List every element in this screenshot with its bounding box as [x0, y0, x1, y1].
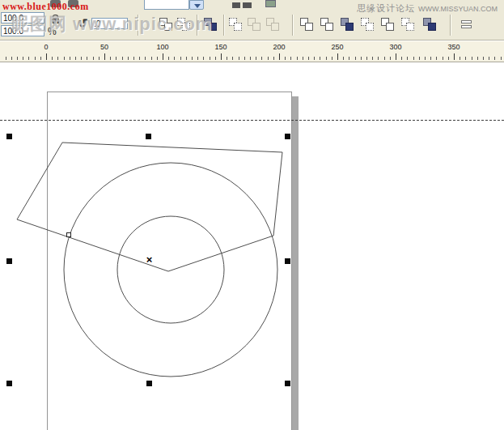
ruler-tick — [361, 57, 362, 60]
horizontal-ruler[interactable]: 050100150200250300350 — [0, 41, 504, 62]
ruler-tick — [40, 57, 41, 60]
combobox-dropdown-icon[interactable] — [189, 0, 204, 10]
ruler-tick — [436, 57, 437, 60]
toolbar-separator — [450, 15, 451, 36]
ruler-tick — [75, 57, 76, 60]
curve-node-marker[interactable] — [66, 232, 71, 237]
ruler-tick — [448, 57, 449, 60]
ruler-tick — [210, 57, 210, 60]
ruler-tick — [110, 57, 111, 60]
clipped-combobox[interactable] — [144, 0, 189, 10]
ruler-tick — [116, 57, 116, 60]
ruler-tick — [35, 57, 36, 60]
ruler-tick — [349, 57, 349, 60]
ungroup-icon[interactable] — [248, 18, 262, 32]
ruler-tick — [93, 57, 94, 60]
group-icon[interactable] — [229, 18, 244, 32]
front-minus-back-icon[interactable] — [381, 18, 396, 32]
weld-icon[interactable] — [300, 18, 315, 32]
create-boundary-icon[interactable] — [423, 18, 438, 32]
ruler-tick — [157, 57, 158, 60]
ruler-tick — [151, 57, 152, 60]
wrap-paragraph-text-icon[interactable] — [460, 18, 474, 32]
ruler-tick — [70, 57, 70, 60]
ruler-tick — [425, 57, 426, 60]
ruler-tick — [232, 57, 233, 60]
ruler-label: 50 — [100, 43, 108, 51]
ruler-tick — [477, 57, 478, 60]
selection-handle[interactable] — [285, 134, 290, 139]
ruler-tick — [145, 57, 146, 60]
selection-handle[interactable] — [6, 258, 12, 264]
ruler-tick — [221, 53, 222, 60]
ruler-tick — [261, 57, 262, 60]
ruler-tick — [180, 57, 181, 60]
clipped-label-fragment — [232, 2, 240, 8]
selection-handle[interactable] — [6, 381, 12, 386]
shapes-layer — [0, 62, 504, 430]
ruler-tick — [11, 57, 12, 60]
blue1000-watermark: www.blue1000.com — [2, 1, 89, 13]
pentagon-shape[interactable] — [17, 143, 282, 271]
toolbar-separator — [223, 15, 225, 36]
toolbar-separator — [292, 15, 294, 36]
ruler-tick — [396, 53, 396, 60]
ruler-tick — [483, 57, 484, 60]
drawing-canvas[interactable] — [0, 62, 504, 430]
ruler-tick — [290, 57, 291, 60]
inner-circle-shape[interactable] — [117, 216, 224, 323]
ruler-label: 100 — [156, 43, 168, 51]
trim-icon[interactable] — [320, 18, 335, 32]
ruler-tick — [99, 57, 100, 60]
ruler-tick — [303, 57, 303, 60]
ruler-tick — [337, 53, 338, 60]
ruler-tick — [489, 57, 489, 60]
ruler-tick — [297, 57, 298, 60]
ruler-tick — [244, 57, 245, 60]
ruler-tick — [501, 57, 502, 60]
ruler-tick — [355, 57, 356, 60]
ruler-tick — [186, 57, 187, 60]
coreldraw-window: www.blue1000.com 思缘设计论坛 WWW.MISSYUAN.COM… — [0, 0, 504, 430]
ruler-tick — [384, 57, 385, 60]
selection-handle[interactable] — [285, 258, 290, 264]
ruler-tick — [28, 57, 29, 60]
ruler-tick — [419, 57, 420, 60]
ruler-tick — [192, 57, 193, 60]
ruler-tick — [268, 57, 269, 60]
ungroup-all-icon[interactable] — [266, 18, 281, 32]
rotation-center-mark[interactable] — [144, 255, 155, 266]
selection-handle[interactable] — [285, 381, 290, 386]
ruler-tick — [320, 57, 320, 60]
ruler-tick — [413, 57, 414, 60]
ruler-tick — [472, 57, 472, 60]
property-bar: www.blue1000.com 思缘设计论坛 WWW.MISSYUAN.COM… — [0, 0, 504, 40]
selection-handle[interactable] — [146, 381, 152, 386]
ruler-label: 350 — [447, 43, 460, 51]
nipic-watermark: 昵图网 www.nipic.com — [11, 12, 212, 36]
ruler-tick — [128, 57, 129, 60]
ruler-tick — [390, 57, 391, 60]
ruler-tick — [17, 57, 18, 60]
ruler-tick — [401, 57, 402, 60]
back-minus-front-icon[interactable] — [401, 18, 416, 32]
simplify-icon[interactable] — [361, 18, 375, 32]
selection-handle[interactable] — [6, 134, 12, 139]
clipped-pen-icon[interactable] — [265, 0, 276, 7]
ruler-tick — [250, 57, 251, 60]
ruler-tick — [430, 57, 431, 60]
ruler-tick — [308, 57, 309, 60]
ruler-label: 0 — [44, 43, 48, 51]
ruler-tick — [494, 57, 495, 60]
outer-circle-shape[interactable] — [64, 163, 277, 377]
ruler-tick — [378, 57, 379, 60]
ruler-tick — [122, 57, 123, 60]
selection-handle[interactable] — [146, 134, 151, 139]
intersect-icon[interactable] — [341, 18, 355, 32]
ruler-tick — [239, 57, 239, 60]
ruler-tick — [203, 57, 204, 60]
clipped-label-fragment — [243, 2, 252, 8]
ruler-tick — [454, 53, 455, 60]
ruler-tick — [443, 57, 443, 60]
ruler-tick — [81, 57, 82, 60]
